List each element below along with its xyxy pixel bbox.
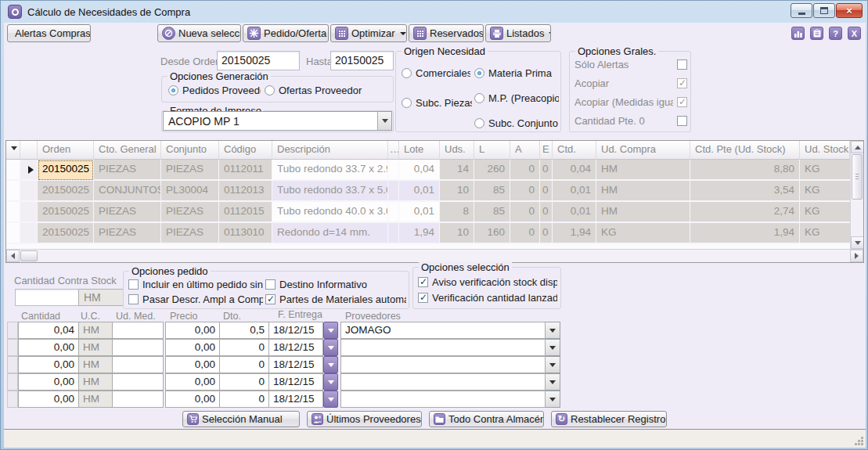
col-header-ud-compra[interactable]: Ud. Compra bbox=[596, 141, 690, 160]
check-cantidad-pte[interactable]: Cantidad Pte. 0 bbox=[574, 115, 687, 127]
radio-icon[interactable] bbox=[168, 85, 178, 95]
col-header-lote[interactable]: Lote bbox=[399, 141, 440, 160]
radio-icon[interactable] bbox=[402, 68, 412, 78]
check-incluir-ultimo-pedido[interactable]: Incluir en último pedido sin e bbox=[128, 279, 263, 290]
cell-codigo[interactable]: 0112011 bbox=[219, 160, 272, 181]
ultimos-proveedores-button[interactable]: Últimos Proveedores bbox=[307, 411, 422, 427]
check-solo-alertas[interactable]: Sólo Alertas bbox=[574, 59, 687, 70]
f-entrega-input[interactable]: 18/12/15 bbox=[268, 322, 323, 339]
proveedor-combo[interactable] bbox=[340, 339, 546, 356]
check-acopiar[interactable]: Acopiar bbox=[574, 77, 687, 89]
cell-orden[interactable]: 20150025 bbox=[38, 160, 94, 181]
row-selector-cell[interactable] bbox=[20, 181, 38, 202]
cantidad-contra-stock-input[interactable] bbox=[15, 289, 79, 306]
radio-comerciales[interactable]: Comerciales bbox=[402, 67, 470, 79]
cell-a[interactable]: 0 bbox=[510, 202, 540, 223]
date-dropdown-button[interactable] bbox=[323, 391, 338, 408]
check-destino-informativo[interactable]: Destino Informativo bbox=[265, 279, 406, 290]
precio-input[interactable]: 0,00 bbox=[165, 373, 220, 391]
col-header-ctd[interactable]: Ctd. bbox=[553, 141, 596, 160]
radio-pedidos-proveedor[interactable]: Pedidos Proveedor bbox=[168, 85, 261, 96]
reservados-button[interactable]: Reservados bbox=[409, 24, 484, 42]
cell-codigo[interactable]: 0113010 bbox=[219, 223, 272, 244]
desde-orden-input[interactable]: 20150025 bbox=[217, 51, 300, 70]
grid-row-4[interactable]: 20150025 PIEZAS PIEZAS 0113010 Redondo d… bbox=[6, 223, 850, 244]
cell-ud-stock[interactable]: KG bbox=[800, 160, 850, 181]
f-entrega-input[interactable]: 18/12/15 bbox=[268, 373, 323, 391]
cell-a[interactable]: 0 bbox=[510, 223, 540, 244]
horizontal-scrollbar[interactable] bbox=[6, 249, 863, 262]
col-header-conjunto[interactable]: Conjunto bbox=[161, 141, 219, 160]
col-header-e[interactable]: E bbox=[540, 141, 553, 160]
hasta-input[interactable]: 20150025 bbox=[330, 51, 394, 70]
cell-lote[interactable]: 1,94 bbox=[399, 223, 440, 244]
help-button[interactable]: ? bbox=[829, 27, 842, 40]
proveedor-dropdown-button[interactable] bbox=[546, 322, 560, 339]
checkbox-icon[interactable] bbox=[418, 293, 428, 303]
horizontal-scroll-track[interactable] bbox=[38, 250, 850, 262]
checkbox-icon[interactable] bbox=[418, 277, 428, 287]
proveedor-combo[interactable] bbox=[340, 373, 546, 391]
col-header-descripcion[interactable]: Descripción bbox=[272, 141, 388, 160]
checkbox-icon[interactable] bbox=[265, 279, 276, 290]
scroll-down-button[interactable] bbox=[851, 236, 863, 249]
cell-e[interactable]: 0 bbox=[540, 223, 553, 244]
radio-subc-piezas[interactable]: Subc. Piezas bbox=[402, 97, 472, 109]
cell-cto-general[interactable]: PIEZAS bbox=[94, 223, 161, 244]
checkbox-icon[interactable] bbox=[265, 294, 276, 304]
vertical-scrollbar[interactable] bbox=[850, 141, 863, 249]
optimizar-button[interactable]: Optimizar bbox=[330, 24, 407, 42]
col-header-l[interactable]: L bbox=[474, 141, 510, 160]
cell-conjunto[interactable]: PIEZAS bbox=[161, 202, 219, 223]
col-header-orden[interactable]: Orden bbox=[38, 141, 94, 160]
proveedor-dropdown-button[interactable] bbox=[546, 391, 560, 408]
seleccion-manual-button[interactable]: Selección Manual bbox=[182, 411, 300, 427]
exit-button[interactable]: X bbox=[848, 27, 861, 40]
ud-med-input[interactable] bbox=[112, 391, 164, 408]
row-selector-cell[interactable] bbox=[20, 202, 38, 223]
precio-input[interactable]: 0,00 bbox=[165, 339, 220, 356]
cantidad-input[interactable]: 0,04 bbox=[18, 322, 79, 339]
dto-input[interactable]: 0 bbox=[219, 373, 269, 391]
todo-contra-almacen-button[interactable]: Todo Contra Almacén bbox=[429, 411, 544, 427]
dto-input[interactable]: 0 bbox=[219, 356, 269, 373]
col-header-ud-stock[interactable]: Ud. Stock bbox=[800, 141, 850, 160]
cell-l[interactable]: 85 bbox=[474, 181, 510, 202]
cell-lote[interactable]: 0,04 bbox=[399, 160, 440, 181]
proveedor-combo[interactable] bbox=[340, 356, 546, 373]
grid-filter-cell[interactable] bbox=[6, 160, 20, 181]
cell-l[interactable]: 160 bbox=[474, 223, 510, 244]
check-aviso-verificacion[interactable]: Aviso verificación stock disponi bbox=[418, 276, 557, 288]
ud-med-input[interactable] bbox=[112, 373, 164, 391]
cell-ctd[interactable]: 0,01 bbox=[553, 181, 596, 202]
detail-row-selector[interactable] bbox=[7, 373, 18, 391]
listados-button[interactable]: Listados bbox=[485, 24, 551, 42]
cell-cto-general[interactable]: PIEZAS bbox=[94, 202, 161, 223]
cell-ctd[interactable]: 0,01 bbox=[553, 202, 596, 223]
cell-codigo[interactable]: 0112015 bbox=[219, 202, 272, 223]
radio-ofertas-proveedor[interactable]: Ofertas Proveedor bbox=[265, 85, 390, 96]
scroll-up-button[interactable] bbox=[851, 141, 863, 153]
chart-button[interactable] bbox=[791, 27, 805, 40]
dto-input[interactable]: 0,5 bbox=[219, 322, 269, 339]
radio-icon[interactable] bbox=[265, 85, 275, 95]
row-selector-cell[interactable] bbox=[20, 223, 38, 244]
cell-cto-general[interactable]: PIEZAS bbox=[94, 160, 161, 181]
checkbox-icon[interactable] bbox=[128, 279, 139, 290]
horizontal-scroll-thumb[interactable] bbox=[20, 250, 38, 261]
ud-med-input[interactable] bbox=[112, 339, 164, 356]
grid-filter-cell[interactable] bbox=[6, 202, 20, 223]
col-header-ctd-pte[interactable]: Ctd. Pte (Ud. Stock) bbox=[690, 141, 800, 160]
cell-descripcion[interactable]: Tubo redondo 40.0 x 3.0 bbox=[272, 202, 388, 223]
clipboard-button[interactable] bbox=[810, 27, 823, 40]
cell-cto-general[interactable]: CONJUNTOS bbox=[94, 181, 161, 202]
cell-conjunto[interactable]: PIEZAS bbox=[161, 160, 219, 181]
check-partes-materiales[interactable]: Partes de Materiales automátic bbox=[265, 293, 406, 305]
detail-row-selector[interactable] bbox=[7, 322, 18, 339]
cell-ud-compra[interactable]: HM bbox=[596, 202, 690, 223]
maximize-button[interactable] bbox=[813, 3, 835, 18]
cell-ctd-pte[interactable]: 2,74 bbox=[690, 202, 800, 223]
cell-l[interactable]: 260 bbox=[474, 160, 510, 181]
checkbox-icon[interactable] bbox=[677, 116, 687, 126]
grid-filter-cell[interactable] bbox=[6, 223, 20, 244]
